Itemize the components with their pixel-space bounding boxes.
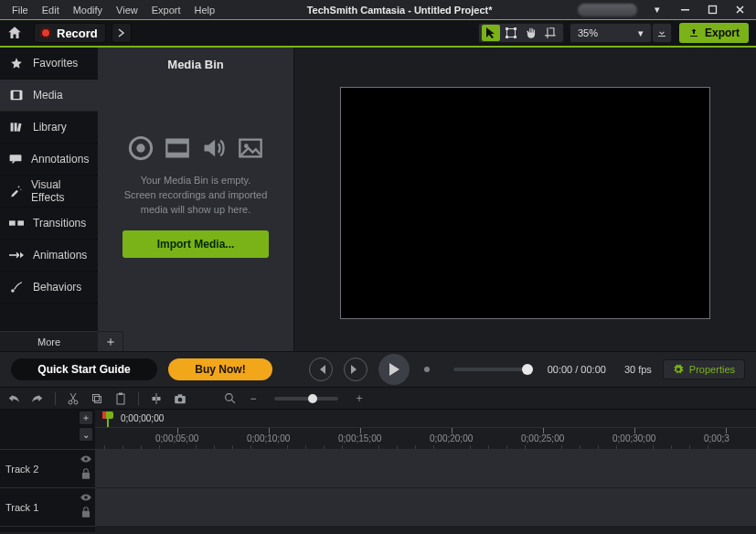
split-button[interactable] xyxy=(148,390,165,407)
menu-file[interactable]: File xyxy=(5,3,35,17)
track-header-column: ＋ ⌄ Track 2 Track 1 xyxy=(0,410,95,532)
cut-button[interactable] xyxy=(65,390,81,407)
quick-start-guide-button[interactable]: Quick Start Guide xyxy=(11,358,157,380)
preview-canvas[interactable] xyxy=(340,87,710,319)
svg-point-14 xyxy=(20,189,21,190)
menu-view[interactable]: View xyxy=(110,3,144,17)
track-area-1[interactable] xyxy=(95,488,756,527)
svg-rect-4 xyxy=(506,36,508,38)
track-area-2[interactable] xyxy=(95,450,756,488)
copy-button[interactable] xyxy=(89,390,105,407)
effects-icon xyxy=(9,184,22,198)
redo-button[interactable] xyxy=(29,390,46,407)
paste-button[interactable] xyxy=(112,390,129,407)
sidebar-item-animations[interactable]: Animations xyxy=(0,240,98,272)
svg-rect-21 xyxy=(166,140,187,144)
menu-help[interactable]: Help xyxy=(188,3,222,17)
svg-rect-1 xyxy=(708,6,716,14)
sidebar-item-label: Favorites xyxy=(33,57,78,69)
add-media-button[interactable]: ＋ xyxy=(98,331,123,351)
timeline-zoom-slider[interactable] xyxy=(274,397,338,400)
star-icon xyxy=(9,56,24,70)
menu-edit[interactable]: Edit xyxy=(36,3,66,17)
track-options-button[interactable]: ⌄ xyxy=(79,427,93,442)
track-header-1[interactable]: Track 1 xyxy=(0,488,95,527)
zoom-in-button[interactable]: ＋ xyxy=(351,390,367,407)
step-forward-button[interactable] xyxy=(344,358,367,381)
playhead-bar[interactable]: 0;00;00;00 xyxy=(95,410,756,428)
close-button[interactable] xyxy=(732,5,747,16)
account-pill[interactable] xyxy=(578,4,637,16)
animations-icon xyxy=(9,248,24,262)
record-options-button[interactable] xyxy=(112,23,132,43)
svg-rect-37 xyxy=(82,473,90,479)
sidebar-item-media[interactable]: Media xyxy=(0,80,98,112)
download-icon xyxy=(656,27,667,38)
zoom-out-button[interactable]: − xyxy=(245,390,261,407)
gear-icon xyxy=(673,364,684,375)
sidebar-item-library[interactable]: Library xyxy=(0,112,98,144)
sidebar-item-favorites[interactable]: Favorites xyxy=(0,48,98,80)
buy-now-button[interactable]: Buy Now! xyxy=(168,358,272,380)
sidebar-item-label: Media xyxy=(33,89,63,101)
sidebar-item-visual-effects[interactable]: Visual Effects xyxy=(0,176,98,208)
seek-thumb[interactable] xyxy=(522,364,533,375)
settings-dropdown-icon[interactable]: ▾ xyxy=(650,5,665,16)
minimize-button[interactable] xyxy=(677,5,692,16)
sidebar-item-label: Animations xyxy=(33,249,87,262)
track-visibility-icon[interactable] xyxy=(80,453,92,465)
transform-icon xyxy=(505,27,517,39)
chevron-right-icon xyxy=(118,28,125,37)
undo-button[interactable] xyxy=(5,390,22,407)
import-media-button[interactable]: Import Media... xyxy=(122,230,269,258)
canvas-zoom-select[interactable]: 35% ▾ xyxy=(570,23,652,43)
step-back-button[interactable] xyxy=(309,358,333,381)
svg-rect-31 xyxy=(153,397,156,400)
sidebar-more-button[interactable]: More xyxy=(0,331,98,351)
step-back-icon xyxy=(315,364,326,375)
sidebar-item-annotations[interactable]: Annotations xyxy=(0,144,98,176)
zoom-slider-thumb[interactable] xyxy=(308,394,317,403)
playhead[interactable] xyxy=(101,411,115,425)
home-button[interactable] xyxy=(0,20,29,46)
add-track-button[interactable]: ＋ xyxy=(79,411,93,425)
track-visibility-icon[interactable] xyxy=(80,491,92,504)
svg-rect-12 xyxy=(10,155,22,161)
svg-rect-10 xyxy=(15,123,17,131)
svg-rect-16 xyxy=(17,220,24,225)
timeline-zoom-fit-button[interactable] xyxy=(221,390,238,407)
zoom-value: 35% xyxy=(578,27,598,38)
maximize-button[interactable] xyxy=(705,5,719,16)
transform-tool[interactable] xyxy=(502,25,520,41)
play-button[interactable] xyxy=(378,354,410,385)
window-title: TechSmith Camtasia - Untitled Project* xyxy=(221,5,578,16)
menu-modify[interactable]: Modify xyxy=(67,3,109,17)
timeline-ruler[interactable]: 0;00;05;000;00;10;000;00;15;000;00;20;00… xyxy=(95,428,756,450)
menubar: File Edit Modify View Export Help xyxy=(0,3,221,17)
svg-rect-8 xyxy=(20,91,22,99)
menu-export[interactable]: Export xyxy=(145,3,187,17)
export-button[interactable]: Export xyxy=(679,23,749,43)
select-tool[interactable] xyxy=(482,25,500,41)
track-lock-icon[interactable] xyxy=(80,506,92,518)
record-dot-icon xyxy=(40,27,51,38)
download-button[interactable] xyxy=(652,23,672,43)
split-icon xyxy=(151,392,162,405)
crop-icon xyxy=(545,27,558,39)
record-button[interactable]: Record xyxy=(34,23,106,43)
copy-icon xyxy=(91,393,102,404)
share-icon xyxy=(688,27,699,38)
track-lock-icon[interactable] xyxy=(80,467,92,480)
crop-tool[interactable] xyxy=(542,25,560,41)
hand-tool[interactable] xyxy=(522,25,540,41)
snapshot-button[interactable] xyxy=(172,390,188,407)
svg-rect-3 xyxy=(514,27,516,30)
sidebar-item-behaviors[interactable]: Behaviors xyxy=(0,272,98,304)
properties-button[interactable]: Properties xyxy=(663,359,745,379)
record-media-icon xyxy=(128,135,154,161)
track-header-2[interactable]: Track 2 xyxy=(0,450,95,488)
svg-rect-38 xyxy=(82,511,90,518)
seek-bar[interactable] xyxy=(453,368,527,371)
track-label: Track 2 xyxy=(5,464,38,475)
sidebar-item-transitions[interactable]: Transitions xyxy=(0,208,98,240)
